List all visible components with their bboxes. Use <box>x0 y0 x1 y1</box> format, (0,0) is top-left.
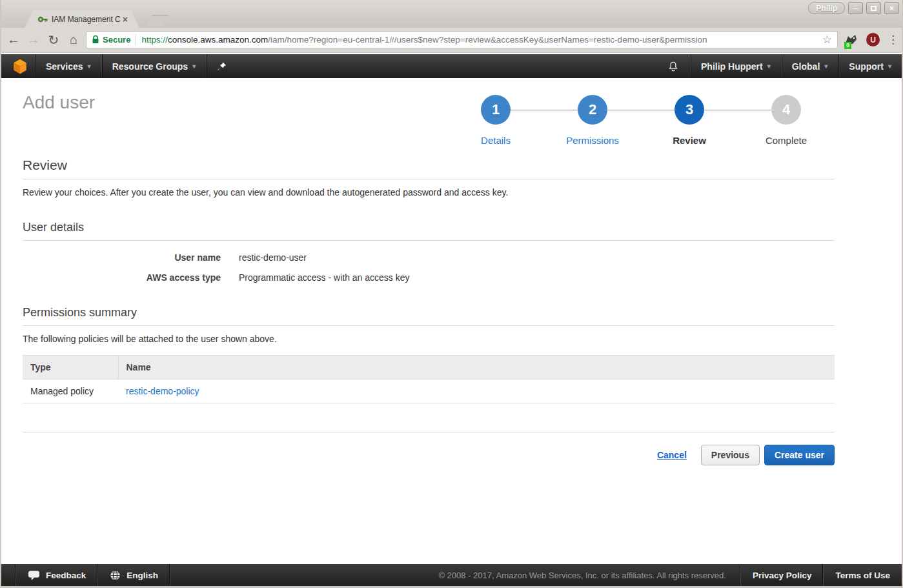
step-label: Permissions <box>566 135 619 146</box>
nav-pin[interactable] <box>207 54 237 78</box>
language-label: English <box>127 571 158 580</box>
user-name-value: restic-demo-user <box>239 252 307 263</box>
key-favicon-icon <box>37 14 48 25</box>
user-details-heading: User details <box>23 221 835 234</box>
column-header-type: Type <box>23 356 118 380</box>
access-type-label: AWS access type <box>23 272 221 283</box>
window-title-label: Philip <box>808 2 845 14</box>
divider <box>23 240 835 241</box>
policy-type-cell: Managed policy <box>23 380 118 403</box>
bookmark-star-icon[interactable]: ☆ <box>822 33 832 46</box>
close-button[interactable]: × <box>884 2 899 14</box>
address-bar[interactable]: Secure https://console.aws.amazon.com/ia… <box>86 31 838 48</box>
new-tab-button[interactable] <box>147 15 168 26</box>
policy-name-link[interactable]: restic-demo-policy <box>126 386 199 396</box>
step-circle: 4 <box>771 95 801 125</box>
nav-resource-groups[interactable]: Resource Groups ▾ <box>102 54 207 78</box>
nav-services-label: Services <box>46 61 83 72</box>
divider <box>23 179 835 179</box>
speech-bubble-icon <box>28 570 40 581</box>
permissions-description: The following policies will be attached … <box>23 334 835 344</box>
close-icon: × <box>889 4 894 13</box>
maximize-icon <box>871 6 877 11</box>
create-user-button[interactable]: Create user <box>764 445 835 465</box>
minimize-icon: ─ <box>853 4 858 13</box>
feedback-button[interactable]: Feedback <box>16 564 97 586</box>
policies-table: Type Name Managed policy restic-demo-pol… <box>23 355 835 403</box>
url-path: /iam/home?region=eu-central-1#/users$new… <box>268 35 707 45</box>
pin-icon <box>217 61 227 72</box>
tab-title: IAM Management Co <box>52 15 120 24</box>
nav-notifications[interactable] <box>656 54 690 78</box>
secure-label: Secure <box>103 35 130 45</box>
column-header-name: Name <box>118 356 835 380</box>
reload-icon[interactable]: ↻ <box>46 32 61 48</box>
main-content: Add user 1 Details 2 Permissions 3 Revie… <box>1 78 902 564</box>
url-scheme: https:// <box>141 35 168 45</box>
step-review[interactable]: 3 Review <box>641 95 738 146</box>
terms-of-use-label: Terms of Use <box>835 571 890 580</box>
ublock-letter: U <box>870 35 876 45</box>
minimize-button[interactable]: ─ <box>848 2 863 14</box>
back-icon[interactable]: ← <box>6 32 21 47</box>
language-button[interactable]: English <box>98 564 170 586</box>
browser-menu-icon[interactable]: ⋮ <box>888 33 897 46</box>
copyright-text: © 2008 - 2017, Amazon Web Services, Inc.… <box>424 571 740 580</box>
nav-region[interactable]: Global ▾ <box>782 54 838 78</box>
divider <box>23 325 835 326</box>
tab-close-icon[interactable]: × <box>123 14 128 25</box>
table-row: Managed policy restic-demo-policy <box>23 380 835 403</box>
feedback-label: Feedback <box>46 571 86 580</box>
step-label: Complete <box>766 135 807 146</box>
nav-region-label: Global <box>792 61 820 72</box>
privacy-policy-label: Privacy Policy <box>753 571 812 580</box>
privacy-policy-link[interactable]: Privacy Policy <box>741 564 824 586</box>
browser-toolbar: ← → ↻ ⌂ Secure https://console.aws.amazo… <box>1 28 902 53</box>
aws-logo-icon[interactable] <box>12 58 28 75</box>
step-details[interactable]: 1 Details <box>447 95 544 146</box>
previous-button[interactable]: Previous <box>701 445 760 465</box>
user-name-label: User name <box>23 252 221 263</box>
page-title: Add user <box>23 92 95 113</box>
wizard-steps: 1 Details 2 Permissions 3 Review 4 Compl… <box>447 95 835 146</box>
chevron-down-icon: ▾ <box>88 63 91 70</box>
url-domain: console.aws.amazon.com <box>168 35 268 45</box>
step-complete: 4 Complete <box>738 95 835 146</box>
nav-user-menu[interactable]: Philip Huppert ▾ <box>691 54 781 78</box>
terms-of-use-link[interactable]: Terms of Use <box>824 564 902 586</box>
home-icon[interactable]: ⌂ <box>66 32 81 47</box>
review-heading: Review <box>23 157 835 173</box>
footer-spacer <box>1 564 15 586</box>
forward-icon[interactable]: → <box>26 32 41 47</box>
step-permissions[interactable]: 2 Permissions <box>544 95 641 146</box>
globe-icon <box>110 570 121 581</box>
step-circle: 2 <box>578 95 607 125</box>
step-circle: 3 <box>675 95 704 125</box>
footer-divider <box>170 564 170 586</box>
chevron-down-icon: ▾ <box>192 63 196 70</box>
nav-support[interactable]: Support ▾ <box>838 54 902 78</box>
ublock-icon[interactable]: U <box>866 33 880 46</box>
browser-tab[interactable]: IAM Management Co × <box>25 10 139 28</box>
nav-user-label: Philip Huppert <box>701 61 763 72</box>
cancel-link[interactable]: Cancel <box>657 450 687 460</box>
chevron-down-icon: ▾ <box>824 63 827 70</box>
review-description: Review your choices. After you create th… <box>23 187 835 198</box>
nav-services[interactable]: Services ▾ <box>36 54 101 78</box>
nav-resource-groups-label: Resource Groups <box>112 61 188 72</box>
nav-support-label: Support <box>849 61 884 72</box>
titlebar: Philip ─ × IAM Management Co × <box>1 0 902 28</box>
step-circle: 1 <box>481 95 511 125</box>
chevron-down-icon: ▾ <box>767 63 771 70</box>
lock-icon <box>92 35 99 45</box>
extension-badge: 0 <box>844 42 851 49</box>
extension-icon[interactable]: 0 <box>844 33 858 47</box>
access-type-row: AWS access type Programmatic access - wi… <box>23 272 835 283</box>
url-text: https://console.aws.amazon.com/iam/home?… <box>141 35 818 45</box>
maximize-button[interactable] <box>866 2 881 14</box>
step-label: Details <box>481 135 511 146</box>
user-name-row: User name restic-demo-user <box>23 252 835 263</box>
step-label: Review <box>673 135 706 146</box>
aws-navbar: Services ▾ Resource Groups ▾ Philip Hupp… <box>1 54 902 78</box>
chevron-down-icon: ▾ <box>888 63 891 70</box>
